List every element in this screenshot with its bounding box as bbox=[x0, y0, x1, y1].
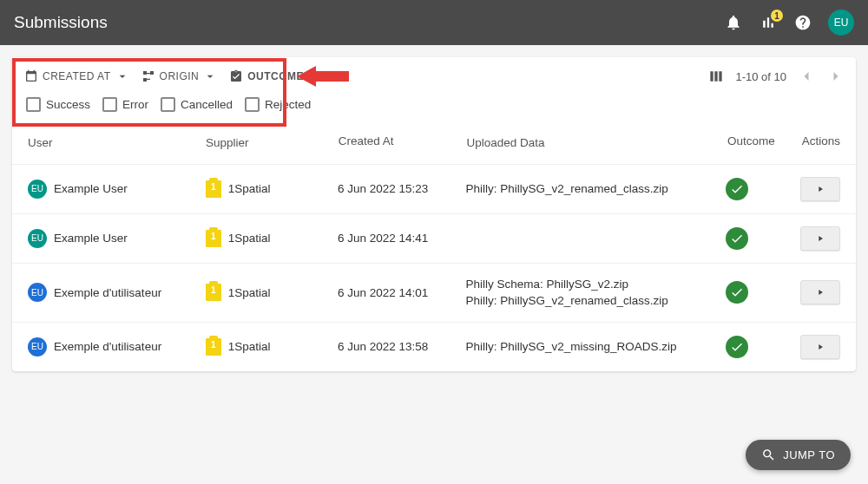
supplier-name: 1Spatial bbox=[228, 286, 271, 299]
filter-bar: CREATED AT ORIGIN OUTCOME 1-10 of 10 bbox=[12, 57, 856, 94]
table-header: User Supplier Created At Uploaded Data O… bbox=[12, 122, 856, 165]
col-header-user: User bbox=[28, 134, 206, 152]
jump-to-label: JUMP TO bbox=[783, 448, 835, 461]
col-header-created: Created At bbox=[339, 134, 467, 152]
option-label: Error bbox=[122, 98, 148, 111]
created-at: 6 Jun 2022 14:41 bbox=[338, 232, 466, 245]
outcome-option-error[interactable]: Error bbox=[102, 97, 148, 112]
table-row: EU Exemple d'utilisateur 1Spatial 6 Jun … bbox=[12, 323, 856, 371]
prev-page-button[interactable] bbox=[797, 67, 816, 86]
filter-origin[interactable]: ORIGIN bbox=[140, 66, 220, 87]
filter-outcome[interactable]: OUTCOME bbox=[227, 66, 324, 87]
uploaded-data: Philly Schema: PhillySG_v2.zip Philly: P… bbox=[466, 276, 727, 310]
supplier-name: 1Spatial bbox=[228, 182, 271, 195]
user-avatar[interactable]: EU bbox=[828, 10, 854, 36]
user-name: Exemple d'utilisateur bbox=[54, 286, 161, 299]
outcome-success-icon bbox=[726, 336, 748, 358]
option-label: Rejected bbox=[265, 98, 311, 111]
user-avatar-icon: EU bbox=[28, 337, 47, 356]
help-icon[interactable] bbox=[793, 13, 812, 32]
option-label: Success bbox=[46, 98, 90, 111]
supplier-icon bbox=[206, 338, 221, 356]
created-at: 6 Jun 2022 13:58 bbox=[338, 340, 466, 353]
created-at: 6 Jun 2022 14:01 bbox=[338, 286, 466, 299]
checkbox-icon bbox=[245, 97, 260, 112]
outcome-options: Success Error Cancelled Rejected bbox=[12, 94, 856, 122]
topbar-actions: 1 EU bbox=[724, 10, 854, 36]
checkbox-icon bbox=[102, 97, 117, 112]
table-row: EU Example User 1Spatial 6 Jun 2022 14:4… bbox=[12, 214, 856, 264]
row-action-button[interactable] bbox=[800, 280, 840, 304]
submissions-table: User Supplier Created At Uploaded Data O… bbox=[12, 122, 856, 371]
calendar-icon bbox=[24, 69, 38, 83]
filter-label: ORIGIN bbox=[160, 70, 200, 82]
supplier-icon bbox=[206, 180, 221, 198]
submissions-panel: CREATED AT ORIGIN OUTCOME 1-10 of 10 bbox=[12, 57, 856, 371]
col-header-actions: Actions bbox=[802, 134, 840, 152]
table-row: EU Example User 1Spatial 6 Jun 2022 15:2… bbox=[12, 165, 856, 214]
user-avatar-icon: EU bbox=[28, 180, 47, 199]
outcome-option-success[interactable]: Success bbox=[26, 97, 90, 112]
chevron-up-icon bbox=[308, 69, 322, 83]
created-at: 6 Jun 2022 15:23 bbox=[338, 182, 466, 195]
analytics-icon[interactable]: 1 bbox=[759, 13, 778, 32]
filter-created-at[interactable]: CREATED AT bbox=[23, 66, 131, 87]
user-avatar-icon: EU bbox=[28, 283, 47, 302]
user-name: Exemple d'utilisateur bbox=[54, 340, 161, 353]
clipboard-check-icon bbox=[229, 69, 243, 83]
outcome-option-cancelled[interactable]: Cancelled bbox=[161, 97, 233, 112]
next-page-button[interactable] bbox=[826, 67, 845, 86]
supplier-name: 1Spatial bbox=[228, 232, 271, 245]
tree-icon bbox=[141, 69, 155, 83]
columns-icon[interactable] bbox=[707, 68, 725, 85]
notifications-icon[interactable] bbox=[724, 13, 743, 32]
row-action-button[interactable] bbox=[800, 335, 840, 359]
option-label: Cancelled bbox=[181, 98, 233, 111]
outcome-success-icon bbox=[726, 227, 748, 250]
jump-to-button[interactable]: JUMP TO bbox=[746, 440, 851, 470]
uploaded-data: Philly: PhillySG_v2_missing_ROADS.zip bbox=[466, 338, 727, 356]
uploaded-data: Philly: PhillySG_v2_renamed_class.zip bbox=[466, 180, 727, 198]
outcome-option-rejected[interactable]: Rejected bbox=[245, 97, 311, 112]
filter-label: OUTCOME bbox=[247, 70, 304, 82]
col-header-supplier: Supplier bbox=[206, 134, 339, 152]
filter-label: CREATED AT bbox=[43, 70, 111, 82]
outcome-success-icon bbox=[726, 281, 748, 304]
supplier-icon bbox=[206, 284, 221, 301]
pagination-label: 1-10 of 10 bbox=[735, 70, 786, 83]
user-name: Example User bbox=[54, 182, 128, 195]
chevron-down-icon bbox=[203, 69, 217, 83]
chevron-down-icon bbox=[115, 69, 129, 83]
checkbox-icon bbox=[161, 97, 175, 112]
top-bar: Submissions 1 EU bbox=[0, 0, 868, 45]
table-row: EU Exemple d'utilisateur 1Spatial 6 Jun … bbox=[12, 264, 856, 323]
filter-chips: CREATED AT ORIGIN OUTCOME bbox=[23, 66, 324, 87]
supplier-icon bbox=[206, 230, 221, 247]
user-name: Example User bbox=[54, 232, 128, 245]
user-avatar-icon: EU bbox=[28, 229, 47, 248]
page-title: Submissions bbox=[14, 13, 724, 32]
supplier-name: 1Spatial bbox=[228, 340, 271, 353]
search-icon bbox=[761, 448, 776, 462]
pagination-controls: 1-10 of 10 bbox=[707, 67, 845, 86]
row-action-button[interactable] bbox=[800, 226, 840, 251]
outcome-success-icon bbox=[726, 178, 748, 200]
checkbox-icon bbox=[26, 97, 41, 112]
col-header-outcome: Outcome bbox=[727, 134, 802, 152]
col-header-uploaded: Uploaded Data bbox=[466, 134, 727, 152]
row-action-button[interactable] bbox=[800, 177, 840, 201]
analytics-badge: 1 bbox=[771, 10, 783, 22]
